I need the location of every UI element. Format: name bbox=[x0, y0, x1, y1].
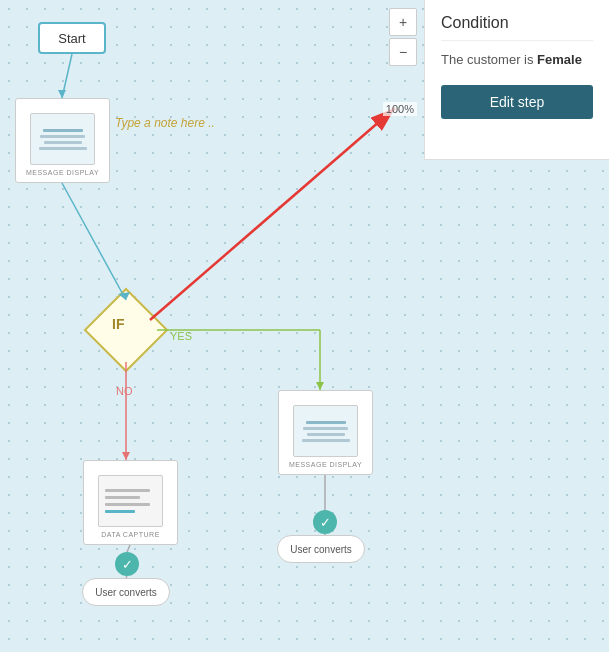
svg-line-2 bbox=[62, 183, 126, 300]
mock-line-1 bbox=[40, 135, 85, 138]
user-converts-node-2[interactable]: User converts bbox=[277, 535, 365, 563]
panel-title: Condition bbox=[441, 14, 593, 41]
if-node[interactable] bbox=[84, 288, 169, 373]
data-capture-label: DATA CAPTURE bbox=[101, 531, 160, 538]
message-display-label-1: MESSAGE DISPLAY bbox=[26, 169, 99, 176]
zoom-level: 100% bbox=[383, 102, 417, 116]
message-display-node-2[interactable]: MESSAGE DISPLAY bbox=[278, 390, 373, 475]
condition-panel: Condition The customer is Female Edit st… bbox=[424, 0, 609, 160]
data-capture-inner bbox=[98, 475, 163, 527]
data-line-3 bbox=[105, 503, 150, 506]
mock-line-2 bbox=[44, 141, 82, 144]
message-display-inner-2 bbox=[293, 405, 358, 457]
svg-marker-8 bbox=[122, 452, 130, 460]
user-converts-node-1[interactable]: User converts bbox=[82, 578, 170, 606]
user-converts-label-2: User converts bbox=[290, 544, 352, 555]
zoom-in-button[interactable]: + bbox=[389, 8, 417, 36]
svg-line-9 bbox=[127, 545, 130, 552]
no-label: NO bbox=[116, 385, 133, 397]
data-line-2 bbox=[105, 496, 140, 499]
yes-label: YES bbox=[170, 330, 192, 342]
zoom-out-icon: − bbox=[399, 44, 407, 60]
mock-title-1 bbox=[43, 129, 83, 132]
data-line-1 bbox=[105, 489, 150, 492]
check-icon-1: ✓ bbox=[115, 552, 139, 576]
svg-marker-6 bbox=[316, 382, 324, 390]
condition-text: The customer is Female bbox=[441, 51, 593, 69]
mock-title-2 bbox=[306, 421, 346, 424]
message-display-node-1[interactable]: MESSAGE DISPLAY bbox=[15, 98, 110, 183]
condition-prefix: The customer is bbox=[441, 52, 537, 67]
data-line-4 bbox=[105, 510, 135, 513]
edit-step-button[interactable]: Edit step bbox=[441, 85, 593, 119]
start-node[interactable]: Start bbox=[38, 22, 106, 54]
start-label: Start bbox=[58, 31, 85, 46]
zoom-out-button[interactable]: − bbox=[389, 38, 417, 66]
svg-marker-1 bbox=[58, 90, 66, 98]
svg-line-14 bbox=[150, 108, 395, 320]
message-display-inner-1 bbox=[30, 113, 95, 165]
check-icon-2: ✓ bbox=[313, 510, 337, 534]
user-converts-label-1: User converts bbox=[95, 587, 157, 598]
mock-line-5 bbox=[307, 433, 345, 436]
mock-line-4 bbox=[303, 427, 348, 430]
mock-line-3 bbox=[39, 147, 87, 150]
condition-value: Female bbox=[537, 52, 582, 67]
zoom-controls: + − bbox=[389, 8, 417, 66]
message-display-label-2: MESSAGE DISPLAY bbox=[289, 461, 362, 468]
note-text[interactable]: Type a note here .. bbox=[115, 116, 215, 130]
zoom-in-icon: + bbox=[399, 14, 407, 30]
data-capture-node[interactable]: DATA CAPTURE bbox=[83, 460, 178, 545]
svg-line-0 bbox=[62, 54, 72, 98]
mock-line-6 bbox=[302, 439, 350, 442]
